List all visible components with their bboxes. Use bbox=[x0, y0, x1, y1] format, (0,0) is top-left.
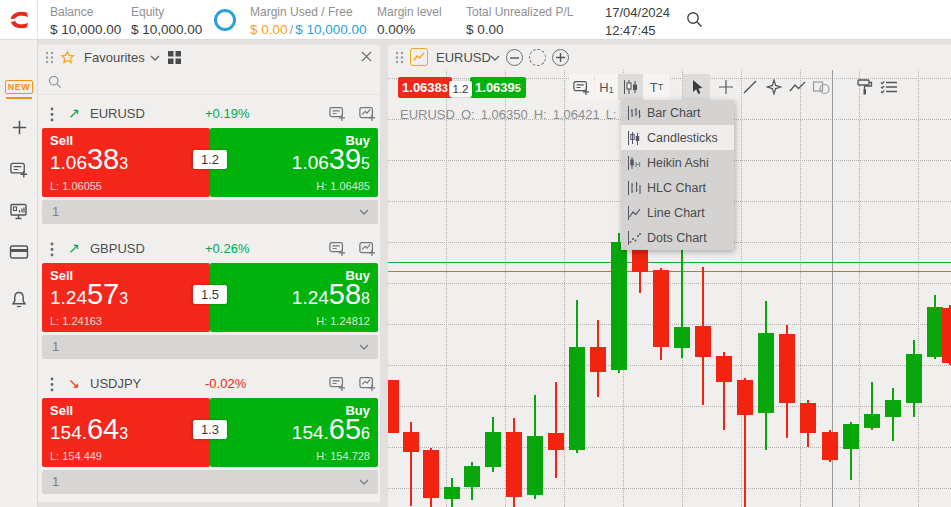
chart-settings-button[interactable] bbox=[876, 74, 901, 100]
order-note-plus-icon bbox=[328, 240, 347, 257]
global-search-button[interactable] bbox=[686, 11, 703, 32]
sidebar-notifications-button[interactable] bbox=[0, 290, 38, 310]
gridline-vertical bbox=[446, 70, 447, 507]
chart-symbol-icon bbox=[410, 48, 428, 66]
sell-button[interactable]: Sell 1.06383 L: 1.06055 bbox=[42, 128, 210, 197]
kebab-menu-icon[interactable] bbox=[50, 377, 54, 392]
text-tool-button[interactable]: TT bbox=[644, 74, 669, 100]
new-order-button[interactable] bbox=[328, 375, 347, 396]
buy-button[interactable]: Buy 154.656 H: 154.728 bbox=[210, 398, 378, 467]
drag-handle-icon[interactable] bbox=[395, 51, 404, 64]
trend-arrow-icon: ↘ bbox=[68, 375, 80, 391]
trendline-tool-button[interactable] bbox=[737, 74, 762, 100]
zoom-out-button[interactable] bbox=[506, 49, 523, 66]
drag-handle-icon[interactable] bbox=[45, 51, 54, 64]
price-pip: 8 bbox=[361, 290, 370, 308]
symbol-name[interactable]: USDJPY bbox=[90, 376, 141, 391]
day-low: L: 1.24163 bbox=[50, 315, 102, 327]
watchlist-search-row[interactable] bbox=[38, 70, 380, 95]
candle-body bbox=[800, 403, 816, 433]
sell-button[interactable]: Sell 1.24573 L: 1.24163 bbox=[42, 263, 210, 332]
left-icon-sidebar: NEW bbox=[0, 40, 38, 507]
chevron-down-icon[interactable] bbox=[150, 55, 160, 61]
day-high: H: 1.24812 bbox=[316, 315, 370, 327]
candle-body bbox=[632, 249, 648, 272]
trend-line-icon bbox=[742, 79, 758, 95]
buy-button[interactable]: Buy 1.06395 H: 1.06485 bbox=[210, 128, 378, 197]
order-note-plus-icon bbox=[572, 79, 591, 96]
new-order-button[interactable] bbox=[328, 240, 347, 261]
menu-item-label: Heikin Ashi bbox=[647, 156, 709, 170]
create-order-button[interactable] bbox=[569, 74, 594, 100]
gridline-horizontal bbox=[388, 283, 951, 284]
time-value: 12:47:45 bbox=[605, 23, 670, 38]
price-pip: 3 bbox=[119, 290, 128, 308]
kebab-menu-icon[interactable] bbox=[50, 107, 54, 122]
open-chart-button[interactable] bbox=[358, 105, 377, 126]
indicators-button[interactable] bbox=[785, 74, 810, 100]
watchlist-title[interactable]: Favourites bbox=[84, 50, 145, 65]
quantity-dropdown[interactable]: 1 bbox=[42, 470, 378, 494]
chart-symbol-selector[interactable]: EURUSD bbox=[436, 50, 491, 65]
shapes-tool-button[interactable] bbox=[808, 74, 833, 100]
cursor-tool-button[interactable] bbox=[683, 74, 710, 100]
zoom-in-button[interactable] bbox=[552, 49, 569, 66]
chart-header: EURUSD bbox=[388, 45, 951, 70]
sidebar-add-button[interactable] bbox=[0, 118, 38, 137]
chart-type-menu-item[interactable]: Dots Chart bbox=[621, 225, 734, 250]
new-order-button[interactable] bbox=[328, 105, 347, 126]
chart-type-menu-item[interactable]: Bar Chart bbox=[621, 100, 734, 125]
chart-type-button[interactable] bbox=[618, 74, 643, 100]
candle-body bbox=[695, 326, 711, 357]
quantity-dropdown[interactable]: 1 bbox=[42, 335, 378, 359]
candle-body bbox=[674, 327, 690, 348]
open-chart-button[interactable] bbox=[358, 240, 377, 261]
candle-body bbox=[927, 307, 943, 357]
unrealized-pl-value: $ 0.00 bbox=[466, 22, 573, 37]
chart-style-button[interactable] bbox=[852, 74, 877, 100]
price-pip: 5 bbox=[361, 155, 370, 173]
line-chart-icon bbox=[627, 206, 641, 220]
grid-view-icon[interactable] bbox=[168, 51, 181, 64]
symbol-name[interactable]: EURUSD bbox=[90, 106, 145, 121]
chart-type-menu-item[interactable]: Line Chart bbox=[621, 200, 734, 225]
sidebar-copy-trading-button[interactable] bbox=[0, 202, 38, 221]
sidebar-new-badge[interactable]: NEW bbox=[0, 80, 38, 99]
card-header: ↗ GBPUSD +0.26% bbox=[42, 235, 378, 263]
equity-value: $ 10,000.00 bbox=[131, 22, 202, 37]
chart-plot[interactable]: 1.06383 1.2 1.06395 H1 TT EURUSD O:1.063… bbox=[388, 70, 951, 507]
close-panel-icon[interactable] bbox=[361, 51, 372, 62]
chevron-down-icon[interactable] bbox=[490, 55, 500, 61]
price-base: 1.06 bbox=[292, 152, 329, 174]
quantity-dropdown[interactable]: 1 bbox=[42, 200, 378, 224]
ohlc-symbol: EURUSD bbox=[400, 107, 455, 122]
symbol-name[interactable]: GBPUSD bbox=[90, 241, 145, 256]
annotation-tool-button[interactable] bbox=[761, 74, 786, 100]
kebab-menu-icon[interactable] bbox=[50, 242, 54, 257]
ask-price-line bbox=[388, 262, 951, 263]
daily-change: -0.02% bbox=[205, 376, 246, 391]
sidebar-payments-button[interactable] bbox=[0, 244, 38, 260]
chart-panel: EURUSD 1.06383 1.2 1.06395 H1 TT bbox=[388, 45, 951, 507]
candle-body bbox=[590, 347, 606, 372]
auto-scale-button[interactable] bbox=[529, 49, 546, 66]
sidebar-new-order-button[interactable] bbox=[0, 160, 38, 179]
crosshair-tool-button[interactable] bbox=[713, 74, 738, 100]
chart-type-menu-item[interactable]: HHeikin Ashi bbox=[621, 150, 734, 175]
chart-sell-badge[interactable]: 1.06383 bbox=[398, 77, 452, 98]
open-chart-button[interactable] bbox=[358, 375, 377, 396]
svg-text:H: H bbox=[635, 160, 640, 169]
sell-button[interactable]: Sell 154.643 L: 154.449 bbox=[42, 398, 210, 467]
dots-chart-icon bbox=[627, 231, 641, 245]
day-high: H: 154.728 bbox=[316, 450, 370, 462]
buy-price: 1.06395 bbox=[292, 145, 370, 174]
timeframe-button[interactable]: H1 bbox=[595, 74, 618, 100]
chart-buy-badge[interactable]: 1.06395 bbox=[470, 77, 526, 98]
badge-price-pip: 3 bbox=[442, 82, 448, 94]
candle-wick bbox=[555, 382, 557, 478]
price-base: 1.24 bbox=[292, 287, 329, 309]
buy-button[interactable]: Buy 1.24588 H: 1.24812 bbox=[210, 263, 378, 332]
candle-body bbox=[906, 354, 922, 403]
chart-type-menu-item[interactable]: Candlesticks bbox=[621, 125, 734, 150]
chart-type-menu-item[interactable]: HLC Chart bbox=[621, 175, 734, 200]
